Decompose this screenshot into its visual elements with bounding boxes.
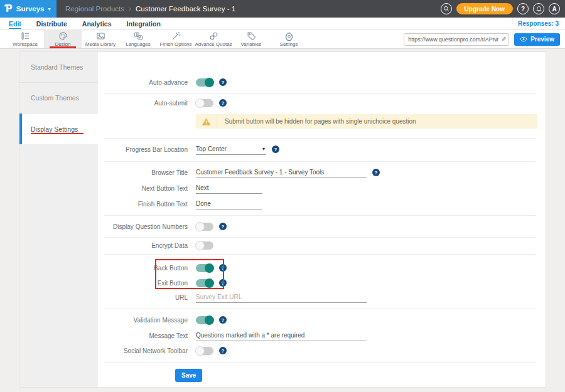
preview-label: Preview bbox=[530, 36, 554, 43]
sidebar-item-display-settings[interactable]: Display Settings bbox=[19, 114, 98, 144]
notifications-bell-icon[interactable] bbox=[533, 3, 544, 14]
avatar[interactable]: A bbox=[549, 3, 560, 14]
magic-wand-icon bbox=[171, 31, 181, 41]
sidebar-item-standard-themes[interactable]: Standard Themes bbox=[19, 52, 98, 83]
edit-pencil-icon[interactable]: ✎ bbox=[501, 36, 506, 43]
tool-label: Finish Options bbox=[159, 41, 191, 47]
upgrade-now-button[interactable]: Upgrade Now bbox=[456, 3, 513, 14]
auto-advance-toggle[interactable] bbox=[196, 78, 213, 87]
gear-icon bbox=[284, 31, 294, 41]
warning-banner: Submit button will be hidden for pages w… bbox=[196, 114, 537, 129]
browser-title-input[interactable] bbox=[196, 167, 367, 178]
responses-count[interactable]: Responses: 3 bbox=[518, 20, 559, 27]
questionpro-logo-icon: Ƥ bbox=[5, 4, 13, 14]
workspace-icon bbox=[21, 31, 30, 41]
auto-submit-toggle[interactable] bbox=[196, 99, 213, 107]
app-menu[interactable]: Ƥ Surveys ▾ bbox=[0, 0, 56, 18]
back-button-toggle[interactable] bbox=[196, 264, 213, 272]
tool-variables[interactable]: Variables bbox=[232, 30, 270, 48]
validation-message-toggle[interactable] bbox=[196, 316, 213, 324]
divider bbox=[104, 93, 536, 94]
warning-triangle-icon bbox=[196, 114, 217, 129]
display-question-numbers-toggle[interactable] bbox=[196, 223, 213, 231]
warning-text: Submit button will be hidden for pages w… bbox=[217, 118, 416, 125]
progress-bar-location-select[interactable]: Top Center ▾ bbox=[196, 144, 266, 155]
help-icon[interactable]: ? bbox=[219, 78, 227, 86]
tag-icon bbox=[247, 31, 256, 41]
validation-message-label: Validation Message bbox=[98, 317, 188, 324]
save-button[interactable]: Save bbox=[175, 369, 202, 382]
tool-label: Languages bbox=[126, 41, 151, 47]
help-circle-icon[interactable]: ? bbox=[517, 3, 529, 14]
next-button-text-label: Next Button Text bbox=[98, 185, 188, 192]
sidebar-item-custom-themes[interactable]: Custom Themes bbox=[19, 83, 98, 114]
divider bbox=[104, 254, 536, 255]
chain-links-icon bbox=[209, 31, 218, 41]
progress-bar-location-label: Progress Bar Location bbox=[98, 146, 188, 153]
exit-button-toggle[interactable] bbox=[196, 279, 213, 287]
finish-button-text-input[interactable] bbox=[196, 199, 262, 209]
message-text-input[interactable] bbox=[196, 331, 367, 341]
tool-label: Settings bbox=[280, 41, 298, 47]
chevron-down-icon: ▾ bbox=[262, 146, 265, 152]
nav-tab-analytics[interactable]: Analytics bbox=[82, 20, 112, 28]
tool-label: Media Library bbox=[85, 41, 116, 47]
help-icon[interactable]: ? bbox=[372, 169, 380, 176]
toggle-knob bbox=[195, 241, 205, 250]
select-value: Top Center bbox=[196, 146, 227, 152]
themes-sidebar: Standard Themes Custom Themes Display Se… bbox=[19, 52, 98, 387]
encrypt-data-label: Encrypt Data bbox=[98, 242, 188, 249]
help-icon[interactable]: ? bbox=[219, 279, 227, 287]
tool-label: Variables bbox=[241, 41, 262, 47]
nav-tab-edit[interactable]: Edit bbox=[9, 20, 21, 28]
tool-label: Workspace bbox=[13, 41, 38, 47]
tool-settings[interactable]: Settings bbox=[270, 30, 308, 48]
breadcrumb-separator: › bbox=[129, 4, 131, 13]
toggle-knob bbox=[195, 346, 205, 356]
search-icon[interactable] bbox=[441, 3, 452, 14]
survey-url-input[interactable] bbox=[408, 36, 498, 43]
translate-icon bbox=[134, 31, 143, 41]
preview-button[interactable]: Preview bbox=[514, 33, 560, 46]
divider bbox=[104, 138, 536, 139]
eye-icon bbox=[520, 36, 527, 42]
social-network-toolbar-toggle[interactable] bbox=[196, 347, 213, 355]
help-icon[interactable]: ? bbox=[272, 146, 279, 153]
browser-title-label: Browser Title bbox=[98, 169, 188, 176]
toggle-knob bbox=[195, 98, 205, 108]
social-network-toolbar-label: Social Network Toolbar bbox=[98, 347, 188, 354]
tool-design[interactable]: Design bbox=[44, 30, 82, 48]
toggle-knob bbox=[205, 278, 214, 288]
divider bbox=[104, 362, 536, 363]
chevron-down-icon: ▾ bbox=[48, 6, 51, 12]
image-icon bbox=[96, 31, 105, 41]
toggle-knob bbox=[205, 315, 214, 325]
encrypt-data-toggle[interactable] bbox=[196, 241, 213, 250]
help-icon[interactable]: ? bbox=[219, 347, 227, 354]
design-toolbar: Workspace Design Media Library Languages… bbox=[0, 30, 565, 49]
tool-finish-options[interactable]: Finish Options bbox=[157, 30, 195, 48]
divider bbox=[104, 309, 536, 309]
help-icon[interactable]: ? bbox=[219, 264, 227, 272]
nav-tab-integration[interactable]: Integration bbox=[127, 20, 161, 28]
survey-url-box: ✎ bbox=[404, 33, 509, 46]
tool-advance-quotas[interactable]: Advance Quotas bbox=[195, 30, 232, 48]
nav-tab-distribute[interactable]: Distribute bbox=[36, 20, 67, 28]
help-icon[interactable]: ? bbox=[219, 99, 227, 107]
sidebar-item-label: Display Settings bbox=[31, 125, 78, 133]
palette-icon bbox=[58, 31, 68, 41]
top-bar: Ƥ Surveys ▾ Regional Products › Customer… bbox=[0, 0, 565, 18]
display-settings-form: Auto-advance ? Auto-submit ? Submit butt… bbox=[98, 52, 546, 387]
display-settings-panel: Standard Themes Custom Themes Display Se… bbox=[19, 51, 546, 388]
help-icon[interactable]: ? bbox=[219, 316, 227, 324]
tool-media-library[interactable]: Media Library bbox=[82, 30, 119, 48]
survey-exit-url-input[interactable] bbox=[196, 292, 367, 303]
tool-workspace[interactable]: Workspace bbox=[6, 30, 44, 48]
divider bbox=[104, 237, 536, 238]
product-menu-label: Surveys bbox=[16, 5, 45, 13]
help-icon[interactable]: ? bbox=[219, 223, 227, 230]
back-button-label: Back Button bbox=[98, 265, 188, 272]
next-button-text-input[interactable] bbox=[196, 183, 262, 194]
breadcrumb-parent[interactable]: Regional Products bbox=[65, 5, 124, 13]
tool-languages[interactable]: Languages bbox=[119, 30, 157, 48]
